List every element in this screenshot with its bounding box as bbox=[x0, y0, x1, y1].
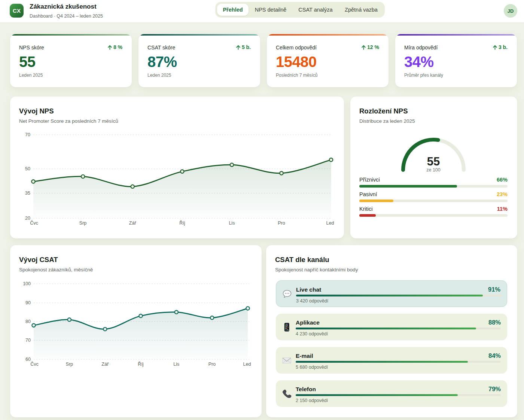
svg-text:20: 20 bbox=[25, 216, 30, 221]
svg-text:35: 35 bbox=[25, 191, 30, 196]
svg-text:70: 70 bbox=[25, 338, 31, 343]
svg-text:80: 80 bbox=[25, 319, 31, 324]
svg-text:60: 60 bbox=[25, 357, 31, 362]
svg-text:Led: Led bbox=[326, 220, 334, 226]
svg-text:Srp: Srp bbox=[79, 220, 87, 226]
svg-text:Led: Led bbox=[243, 362, 251, 367]
svg-text:50: 50 bbox=[25, 166, 30, 171]
svg-text:Pasivní: Pasivní bbox=[359, 191, 377, 197]
svg-text:Lis: Lis bbox=[229, 220, 235, 226]
svg-text:Čvc: Čvc bbox=[30, 361, 39, 367]
svg-text:ze 100: ze 100 bbox=[426, 167, 441, 173]
svg-text:23%: 23% bbox=[497, 191, 508, 197]
svg-text:70: 70 bbox=[25, 132, 30, 137]
svg-text:11%: 11% bbox=[497, 206, 508, 212]
svg-text:Čvc: Čvc bbox=[30, 220, 38, 226]
svg-text:66%: 66% bbox=[497, 177, 508, 183]
svg-text:Příznivci: Příznivci bbox=[359, 177, 380, 183]
svg-text:Zář: Zář bbox=[101, 362, 109, 367]
svg-text:Říj: Říj bbox=[138, 361, 143, 367]
svg-text:Kritici: Kritici bbox=[359, 206, 372, 212]
svg-text:Srp: Srp bbox=[66, 362, 73, 367]
svg-text:Zář: Zář bbox=[129, 220, 137, 226]
svg-text:Říj: Říj bbox=[179, 220, 185, 226]
svg-text:55: 55 bbox=[427, 155, 440, 168]
svg-text:100: 100 bbox=[23, 281, 31, 286]
svg-text:90: 90 bbox=[25, 300, 31, 305]
svg-text:Pro: Pro bbox=[278, 220, 285, 226]
svg-text:Pro: Pro bbox=[208, 362, 216, 367]
svg-text:Lis: Lis bbox=[173, 362, 179, 367]
